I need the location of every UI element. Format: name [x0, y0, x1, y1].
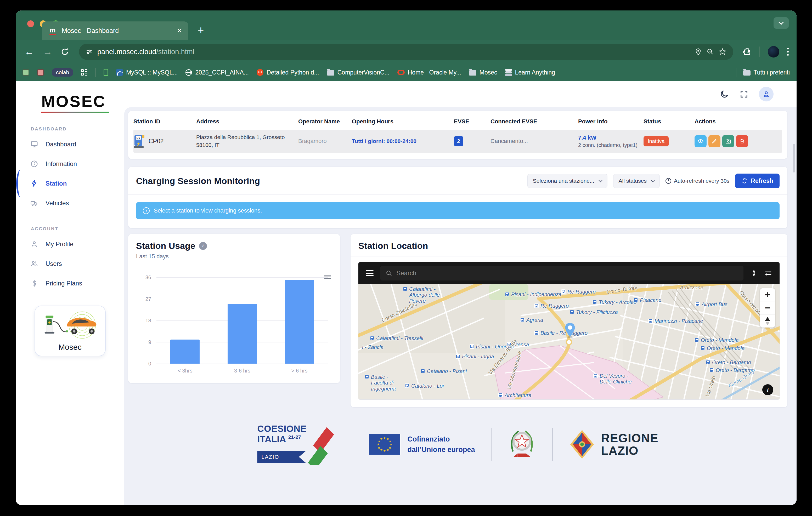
sidebar-item-pricing[interactable]: Pricing Plans [16, 273, 124, 293]
url-bar[interactable]: panel.mosec.cloud/station.html [79, 44, 733, 60]
status-badge: Inattiva [643, 136, 669, 146]
zoom-out-button[interactable]: − [760, 301, 775, 314]
usage-chart: 36271890 < 3hrs3-6 hrs> 6 hrs [136, 277, 332, 374]
col-connected-evse: Connected EVSE [491, 118, 578, 125]
table-row[interactable]: EV⚡ CP02 Piazza della Reoubblica 1, Gros… [134, 130, 782, 153]
tab-close-icon[interactable]: × [177, 26, 181, 35]
edit-button[interactable] [708, 135, 720, 147]
bus-stop-icon [709, 368, 714, 372]
browser-toolbar: ← → panel.mosec.cloud/station.html [16, 40, 796, 64]
map-canvas[interactable]: Calatafimi - Albergo delle Povere Pisani… [358, 284, 780, 399]
bookmark-python[interactable]: Detailed Python d... [257, 69, 319, 76]
reload-button[interactable] [60, 47, 69, 57]
bus-stop-icon [470, 344, 474, 349]
chart-bar-slot [271, 277, 328, 364]
globe-icon [185, 69, 192, 76]
usage-subtitle: Last 15 days [136, 253, 332, 260]
map-zoom-control: + − [760, 288, 775, 328]
info-icon[interactable]: i [199, 242, 207, 250]
stack-icon [505, 71, 512, 73]
svg-text:★: ★ [383, 449, 386, 453]
dark-mode-icon[interactable] [720, 89, 729, 99]
bookmark-book-icon[interactable] [104, 69, 108, 76]
map-label: Calatafimi - Trasselli [370, 335, 423, 341]
coesione-region-ribbon: LAZIO [257, 451, 306, 463]
bus-stop-icon [570, 310, 574, 314]
filters-icon[interactable] [764, 269, 772, 277]
clock-icon [666, 178, 671, 184]
bookmark-colab[interactable]: colab [52, 68, 73, 77]
zoom-out-icon[interactable] [706, 48, 714, 55]
bookmark-computervision[interactable]: ComputerVisionC... [327, 69, 389, 76]
location-pin-icon[interactable] [695, 48, 702, 55]
map-search-input[interactable] [396, 270, 738, 277]
map-label: Catalano - Loi [405, 383, 444, 389]
zoom-in-button[interactable]: + [760, 288, 775, 301]
map-label: Pisani - Ingria [456, 354, 494, 359]
sidebar-item-dashboard[interactable]: Dashboard [16, 134, 124, 154]
close-window-button[interactable] [27, 20, 34, 27]
bookmark-mosec[interactable]: Mosec [469, 69, 497, 76]
tab-overview-button[interactable] [774, 17, 789, 29]
app-header [124, 81, 796, 107]
sidebar-item-station[interactable]: Station [16, 174, 124, 193]
refresh-button[interactable]: Refresh [735, 174, 780, 188]
footer-divider [491, 428, 492, 461]
bus-stop-icon [593, 373, 598, 378]
map-search[interactable] [380, 266, 744, 280]
status-select[interactable]: All statuses [613, 174, 660, 188]
chart-bar-slot [156, 277, 214, 364]
apps-grid-icon[interactable] [81, 69, 87, 75]
bus-stop-icon [534, 303, 539, 308]
photo-button[interactable] [722, 135, 734, 147]
bus-stop-icon [706, 360, 710, 364]
new-tab-button[interactable]: + [198, 24, 204, 36]
chart-bar [228, 304, 257, 364]
url-text[interactable]: panel.mosec.cloud/station.html [97, 48, 690, 56]
chevron-down-icon [598, 178, 603, 182]
svg-text:★: ★ [378, 446, 381, 450]
browser-tab[interactable]: m Mosec - Dashboard × [42, 22, 188, 40]
extensions-icon[interactable] [743, 47, 752, 56]
oracle-icon [397, 70, 405, 75]
sidebar-item-my-profile[interactable]: My Profile [16, 234, 124, 254]
user-avatar[interactable] [759, 87, 774, 101]
page-scrollbar[interactable] [793, 144, 795, 173]
back-button[interactable]: ← [24, 46, 35, 57]
tab-strip: m Mosec - Dashboard × + [16, 10, 796, 40]
sidebar-item-users[interactable]: Users [16, 254, 124, 273]
chart-x-axis: < 3hrs3-6 hrs> 6 hrs [156, 368, 328, 374]
site-settings-icon[interactable] [86, 48, 93, 55]
bookmark-star-icon[interactable] [719, 48, 726, 56]
delete-button[interactable] [736, 135, 748, 147]
footer-divider [352, 428, 352, 461]
toolbar-divider [759, 47, 760, 57]
map-pitch-toggle[interactable] [760, 314, 775, 328]
col-power-info: Power Info [578, 118, 643, 125]
info-banner: i Select a station to view charging sess… [136, 202, 780, 219]
bookmark-all-favorites[interactable]: Tutti i preferiti [743, 69, 790, 76]
locate-icon[interactable] [750, 270, 758, 277]
bookmark-red-icon[interactable] [37, 69, 44, 76]
sidebar-item-information[interactable]: Information [16, 154, 124, 174]
bookmark-mysql[interactable]: MySQL :: MySQL... [116, 69, 178, 76]
bookmark-oracle[interactable]: Home - Oracle My... [397, 69, 461, 76]
map-label: Re Ruggero [561, 289, 596, 295]
tab-title: Mosec - Dashboard [62, 27, 172, 34]
map-attribution-button[interactable]: i [762, 384, 773, 395]
forward-button[interactable]: → [42, 46, 53, 57]
station-select[interactable]: Seleziona una stazione... [527, 174, 607, 188]
chart-bars [156, 277, 328, 364]
map-menu-icon[interactable] [366, 269, 374, 277]
bookmark-green-icon[interactable] [23, 69, 29, 76]
bus-stop-icon [520, 317, 524, 322]
sidebar-item-vehicles[interactable]: Vehicles [16, 193, 124, 213]
fullscreen-icon[interactable] [740, 90, 748, 98]
view-button[interactable] [695, 135, 706, 147]
bookmark-learn[interactable]: Learn Anything [505, 69, 555, 76]
bus-stop-icon [370, 336, 374, 340]
browser-menu-icon[interactable] [787, 48, 789, 56]
eu-cofinanced-logo: ★★★★★★★★★★★★ Cofinanziatodall’Unione eur… [369, 434, 475, 455]
browser-profile-avatar[interactable] [768, 46, 779, 58]
bookmark-ccpi[interactable]: 2025_CCPI_AINA... [185, 69, 249, 76]
